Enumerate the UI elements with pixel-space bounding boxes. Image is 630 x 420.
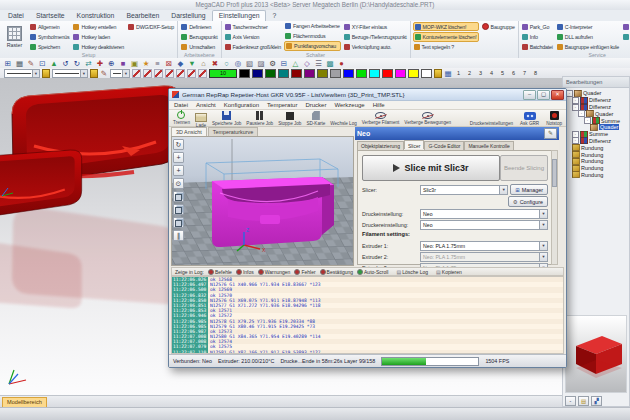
tool-icon[interactable]: ✖	[211, 59, 219, 68]
part-preview-pane[interactable]	[565, 315, 627, 393]
ribbon-button-hotkey-laden[interactable]: Hotkey laden	[72, 32, 125, 41]
pen-number-2[interactable]: 2	[465, 70, 474, 76]
color-cell[interactable]	[369, 69, 380, 78]
ribbon-tab-bearbeiten[interactable]: Bearbeiten	[120, 10, 165, 21]
ribbon-button-dll-aufrufen[interactable]: DLL aufrufen	[556, 32, 620, 41]
ribbon-button-fl-chenmodus[interactable]: Flächenmodus	[284, 32, 341, 41]
pen-number-6[interactable]: 6	[509, 70, 518, 76]
select-extruder-1[interactable]: Neo: PLA 1.75mm▼	[420, 241, 548, 251]
toolbar-button-pausiere-job[interactable]: Pausiere Job	[244, 111, 275, 126]
color-cell[interactable]	[252, 69, 263, 78]
color-cell[interactable]	[343, 69, 354, 78]
menu-werkzeuge[interactable]: Werkzeuge	[334, 101, 364, 109]
tool-icon[interactable]: ▣	[131, 59, 139, 68]
tool-icon[interactable]: ≡	[154, 59, 162, 68]
tool-icon[interactable]: ▧	[246, 59, 254, 68]
ribbon-tab-[interactable]: ?	[266, 10, 282, 21]
zoom-mode-icon[interactable]	[187, 69, 196, 78]
tool-icon[interactable]: ⊞	[4, 59, 12, 68]
select-druckeinstellung[interactable]: Neo▼	[420, 209, 548, 219]
zoom-mode-icon[interactable]	[176, 69, 185, 78]
tool-icon[interactable]: ▦	[16, 59, 24, 68]
sidebar-filter-button[interactable]: ▞	[591, 396, 602, 406]
ribbon-button-bezugs-tiefenzugspunkt[interactable]: Bezugs-/Tiefenzugspunkt	[343, 32, 408, 41]
tool-icon[interactable]: ■	[119, 59, 127, 68]
menu-temperatur[interactable]: Temperatur	[267, 101, 297, 109]
ribbon-button-info[interactable]: Info	[521, 32, 554, 41]
zoom-icon[interactable]: ⊙	[173, 178, 184, 189]
view-top-icon[interactable]	[173, 204, 184, 215]
ribbon-button-dwg-dxf-setup[interactable]: DWG/DXF-Setup	[127, 22, 175, 31]
color-cell[interactable]	[382, 69, 393, 78]
parallel-projection-icon[interactable]: ∥	[173, 230, 184, 241]
pen-number-3[interactable]: 3	[476, 70, 485, 76]
sidebar-history-button[interactable]: ▤	[578, 396, 589, 406]
tool-icon[interactable]: ▨	[257, 59, 265, 68]
ribbon-button-raster[interactable]: Raster	[2, 22, 27, 51]
ribbon-tab-datei[interactable]: Datei	[2, 10, 30, 21]
toolbar-button-druckereinstellungen[interactable]: Druckereinstellungen	[468, 111, 515, 126]
log-toggle-befehle[interactable]: Befehle	[208, 269, 232, 275]
ribbon-button-verkn-pfung-auto[interactable]: Verknüpfung auto.	[343, 42, 408, 51]
toolbar-button-trennen[interactable]: Trennen	[171, 111, 192, 125]
ribbon-button-axis-version[interactable]: Axis Version	[224, 32, 283, 41]
tool-icon[interactable]: ◆	[177, 59, 185, 68]
view-front-icon[interactable]	[173, 191, 184, 202]
menu-konfiguration[interactable]: Konfiguration	[224, 101, 259, 109]
ribbon-button-definieren[interactable]: Definieren	[180, 22, 218, 31]
style-dropdown[interactable]: ▾	[110, 69, 130, 78]
color-cell[interactable]	[265, 69, 276, 78]
log-toggle-best-tigung[interactable]: Bestätigung	[320, 269, 353, 275]
tool-icon[interactable]: ◇	[303, 59, 311, 68]
color-cell[interactable]	[304, 69, 315, 78]
tool-icon[interactable]: ✎	[27, 59, 35, 68]
view-iso-icon[interactable]	[173, 217, 184, 228]
close-button[interactable]: ✕	[551, 90, 564, 100]
color-cell[interactable]	[408, 69, 419, 78]
zoom-mode-icon[interactable]	[143, 69, 152, 78]
ribbon-button-hotkey-erstellen[interactable]: Hotkey erstellen	[72, 22, 125, 31]
toolbar-button-sd-karte[interactable]: SD-Karte	[304, 111, 327, 126]
lock-icon[interactable]	[434, 69, 442, 78]
color-cell[interactable]	[239, 69, 250, 78]
move-object-icon[interactable]: +	[173, 165, 184, 176]
tool-icon[interactable]: ★	[142, 59, 150, 68]
tool-icon[interactable]: ⌂	[200, 59, 208, 68]
panel-tab-objektplatzierung[interactable]: Objektplatzierung	[357, 141, 404, 150]
tool-icon[interactable]: ⊕	[108, 59, 116, 68]
menu-datei[interactable]: Datei	[174, 101, 188, 109]
ribbon-button-symbolmen-s[interactable]: Symbolmenüs	[29, 32, 70, 41]
ribbon-tab-darstellung[interactable]: Darstellung	[165, 10, 211, 21]
toolbar-button-speichere-job[interactable]: Speichere Job	[210, 111, 243, 126]
ribbon-button-fangen-arbeitsebene[interactable]: Fangen Arbeitsebene	[284, 22, 341, 31]
pen-number-1[interactable]: 1	[454, 70, 463, 76]
ribbon-button-hotkey-deaktivieren[interactable]: Hotkey deaktivieren	[72, 42, 125, 51]
tool-icon[interactable]: ◎	[234, 59, 242, 68]
zoom-mode-icon[interactable]	[132, 69, 141, 78]
tool-icon[interactable]: ⇄	[85, 59, 93, 68]
log-toggle-fehler[interactable]: Fehler	[294, 269, 315, 275]
view-tab-3d-ansicht[interactable]: 3D Ansicht	[171, 127, 207, 136]
ribbon-button-fadenkreuz-gro-klein[interactable]: Fadenkreuz groß/klein	[224, 42, 283, 51]
ribbon-button-baugruppe-einf-gen-kule[interactable]: Baugruppe einfügen kule	[556, 42, 620, 51]
color-cell[interactable]	[421, 69, 432, 78]
active-color-cell[interactable]: 10	[209, 69, 237, 78]
color-cell[interactable]	[330, 69, 341, 78]
layer-icon[interactable]: ▦	[444, 69, 452, 78]
color-cell[interactable]	[356, 69, 367, 78]
panel-tab-manuelle-kontrolle[interactable]: Manuelle Kontrolle	[464, 141, 513, 150]
log-toggle-infos[interactable]: Infos	[236, 269, 254, 275]
view-tab-temperaturkurve[interactable]: Temperaturkurve	[208, 127, 258, 136]
manager-button[interactable]: ⊞Manager	[510, 184, 548, 195]
ribbon-button-bezugspunkt[interactable]: Bezugspunkt	[180, 32, 218, 41]
color-cell[interactable]	[291, 69, 302, 78]
tool-icon[interactable]: △	[292, 59, 300, 68]
repetier-titlebar[interactable]: German RepRap Repetier-Host GKR V0.95F -…	[169, 89, 566, 101]
tree-item-differenz[interactable]: -Differenz	[563, 104, 629, 111]
tool-icon[interactable]: ⊡	[39, 59, 47, 68]
sidebar-collapse-button[interactable]: -	[565, 396, 576, 406]
pen-number-5[interactable]: 5	[498, 70, 507, 76]
tool-icon[interactable]: ↺	[62, 59, 70, 68]
print-3d-view[interactable]: X Z ↻ + + ⊙ ∥	[171, 136, 354, 266]
panel-scrollbar[interactable]	[551, 150, 558, 265]
